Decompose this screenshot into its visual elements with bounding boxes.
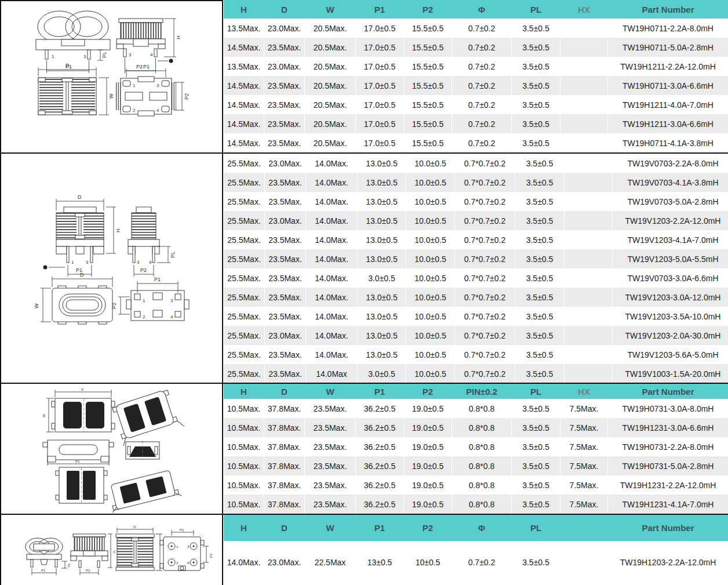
side-view: 3 4 P2 PL [128,207,176,277]
spec-cell [565,364,613,383]
spec-cell [565,307,613,326]
spec-cell: 15.5±0.5 [404,133,452,152]
spec-cell: 23.5Max. [265,288,306,307]
column-header-0: H [224,384,264,399]
spec-cell [565,345,613,364]
spec-cell: 20.5Max. [305,95,356,114]
part-number-cell: TW19V1203-2.0A-30.0mH [613,326,728,345]
spec-cell: 15.5±0.5 [404,19,452,38]
spec-cell: 36.2±0.5 [356,475,404,495]
svg-text:3: 3 [137,260,140,265]
spec-cell: 3.5±0.5 [512,114,560,133]
spec-cell: 36.2±0.5 [356,437,404,456]
spec-row: 25.5Max.23.0Max.14.0Max.13.0±0.510.0±0.5… [224,154,728,173]
spec-cell: 10.5Max. [224,399,264,418]
table-header-row: HDWP1P2PIN±0.2PLHXPart Number [224,384,728,399]
spec-cell: 15.5±0.5 [404,38,452,57]
column-header-1: D [264,0,305,19]
svg-text:W: W [34,303,39,308]
part-number-cell: TW19H1231-4.1A-7.0mH [608,495,728,514]
svg-text:P2: P2 [140,267,147,273]
column-header-4: P2 [404,0,452,19]
spec-cell: 14.0Max. [306,230,358,249]
spec-cell [565,326,613,345]
spec-cell [560,57,608,76]
spec-row: 25.5Max.23.5Max.14.0Max.13.0±0.510.0±0.5… [224,230,728,249]
column-header-3: P1 [356,515,404,541]
svg-text:2: 2 [143,314,145,319]
part-number-cell: TW19V1003-1.5A-20.0mH [613,364,728,383]
spec-row: 25.5Max.23.5Max.14.0Max.13.0±0.510.0±0.5… [224,249,728,268]
spec-cell: 23.5Max. [265,364,306,383]
spec-row: 25.5Max.23.5Max.14.0Max.13.0±0.510.0±0.5… [224,288,728,307]
svg-text:4: 4 [150,52,153,57]
top-view: D W [38,63,114,115]
part-number-cell: TW19H1211-4.0A-7.0mH [608,95,728,114]
spec-cell: 3.5±0.5 [512,133,560,152]
spec-cell: 0.7*0.7±0.2 [455,364,515,383]
spec-cell: 25.5Max. [224,192,265,211]
spec-cell: 0.7±0.2 [452,133,512,152]
spec-cell: 23.5Max. [305,456,356,475]
spec-row: 14.5Max.23.5Max.20.5Max.17.0±0.515.5±0.5… [224,76,728,95]
spec-cell: 3.5±0.5 [512,475,560,495]
spec-cell: 13.5Max. [224,57,264,76]
spec-cell: 3.5±0.5 [515,230,565,249]
top-view: D W [34,272,112,324]
spec-cell: 14.5Max. [224,114,264,133]
drawing-panel-horizontal-choke: 1 3 P1 PL 3 [0,0,223,152]
spec-table: HDWP1P2ΦPLPart Number14.0Max.23.0Max.22.… [223,515,728,584]
spec-cell [565,249,613,268]
spec-cell: 23.5Max. [305,495,356,514]
spec-table-compact: HDWP1P2ΦPLPart Number14.0Max.23.0Max.22.… [223,515,728,585]
spec-cell: 0.8*0.8 [452,399,512,418]
spec-cell: 14.0Max. [306,326,358,345]
spec-cell: 3.5±0.5 [512,19,560,38]
spec-cell [565,268,613,288]
spec-cell: 25.5Max. [224,364,265,383]
column-header-1: D [264,515,305,541]
spec-cell: 19.0±0.5 [404,456,452,475]
column-header-3: P1 [356,384,404,399]
part-number-cell: TW19V1203-3.0A-12.0mH [613,288,728,307]
spec-cell: 19.0±0.5 [404,475,452,495]
spec-cell: 23.5Max. [264,38,305,57]
datasheet-page: 1 3 P1 PL 3 [0,0,728,585]
spec-cell: 3.5±0.5 [515,211,565,230]
spec-cell: 3.5±0.5 [512,418,560,437]
technical-drawing-horizontal-choke: 1 3 P1 PL 3 [1,1,222,151]
svg-text:3: 3 [86,260,89,265]
spec-cell: 10.5Max. [224,437,264,456]
spec-row: 14.5Max.23.5Max.20.5Max.17.0±0.515.5±0.5… [224,38,728,57]
spec-cell: 0.8*0.8 [452,437,512,456]
svg-text:4: 4 [149,260,152,265]
spec-cell: 3.5±0.5 [515,288,565,307]
spec-cell: 13±0.5 [356,541,404,584]
front-section-view [126,441,159,460]
spec-cell: 0.7*0.7±0.2 [455,192,515,211]
spec-cell: 23.0Max. [265,154,306,173]
part-number-cell: TW19H0731-3.0A-8.0mH [608,399,728,418]
spec-row: 25.5Max.23.5Max.14.0Max.13.0±0.510.0±0.5… [224,192,728,211]
spec-cell: 10.0±0.5 [406,307,455,326]
svg-text:4: 4 [170,314,173,319]
spec-cell: 36.2±0.5 [356,456,404,475]
spec-cell: 0.7*0.7±0.2 [455,230,515,249]
table-header-row: HDWP1P2ΦPLHXPart Number [224,0,728,19]
spec-cell [565,230,613,249]
spec-cell: 25.5Max. [224,345,265,364]
spec-row: 10.5Max.37.8Max.23.5Max.36.2±0.519.0±0.5… [224,418,728,437]
spec-cell: 3.0±0.5 [358,268,406,288]
spec-cell: 3.5±0.5 [512,495,560,514]
spec-cell: 36.2±0.5 [356,495,404,514]
spec-cell: 13.0±0.5 [358,345,406,364]
spec-table-flat-smd: HDWP1P2PIN±0.2PLHXPart Number10.5Max.37.… [223,384,728,514]
spec-cell: 37.8Max. [264,418,305,437]
spec-cell: 3.5±0.5 [515,154,565,173]
spec-cell: 20.5Max. [305,38,356,57]
svg-text:P2: P2 [86,569,90,572]
spec-cell: 3.5±0.5 [515,326,565,345]
spec-cell: 23.5Max. [264,95,305,114]
spec-cell: 0.7±0.2 [452,57,512,76]
spec-cell: 13.5Max. [224,19,264,38]
